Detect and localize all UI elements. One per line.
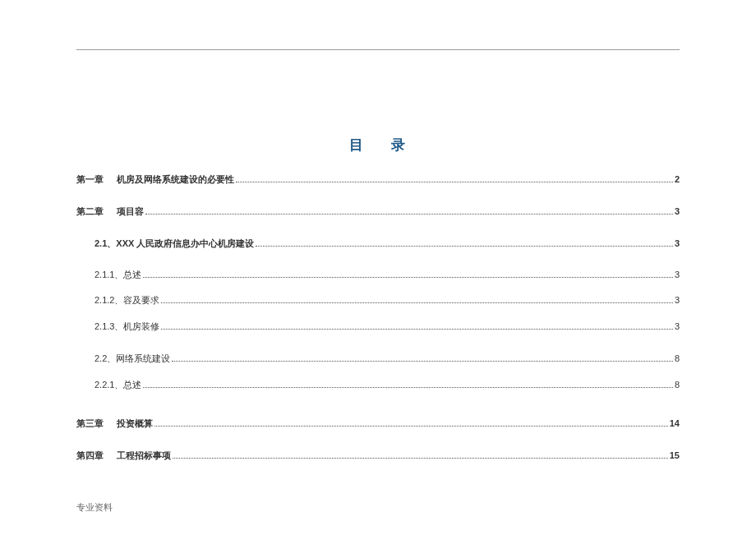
- toc-page-number: 8: [675, 380, 680, 390]
- toc-leader-dots: [173, 450, 668, 459]
- toc-page-number: 8: [675, 353, 680, 363]
- toc-label: 第二章项目容: [76, 205, 144, 218]
- toc-leader-dots: [154, 418, 668, 427]
- toc-leader-dots: [256, 238, 673, 247]
- toc-chapter-prefix: 第四章: [76, 450, 104, 460]
- toc-label: 2.2、网络系统建设: [76, 353, 170, 365]
- toc-label: 2.2.1、总述: [76, 379, 141, 391]
- toc-entry: 第二章项目容3: [76, 205, 680, 218]
- toc-chapter-title: 项目容: [117, 206, 144, 216]
- toc-entry: 第四章工程招标事项15: [76, 450, 680, 462]
- toc-label: 第一章机房及网络系统建设的必要性: [76, 173, 234, 186]
- toc-chapter-title: 工程招标事项: [117, 450, 171, 460]
- toc-entry: 2.1.3、机房装修3: [76, 321, 680, 333]
- toc-label: 2.1、XXX 人民政府信息办中心机房建设: [76, 238, 254, 250]
- toc-entry: 第三章投资概算14: [76, 417, 680, 430]
- toc-entry: 2.2、网络系统建设8: [76, 353, 680, 365]
- toc-chapter-title: 机房及网络系统建设的必要性: [117, 174, 234, 184]
- toc-label: 第四章工程招标事项: [76, 450, 171, 462]
- toc-chapter-title: 投资概算: [117, 418, 153, 428]
- toc-label: 第三章投资概算: [76, 417, 153, 430]
- toc-label: 2.1.1、总述: [76, 269, 141, 281]
- toc-chapter-prefix: 第一章: [76, 174, 104, 184]
- toc-page-number: 3: [675, 206, 680, 216]
- toc-leader-dots: [143, 270, 672, 278]
- toc-entry: 第一章机房及网络系统建设的必要性2: [76, 173, 680, 186]
- toc-page-number: 3: [675, 321, 680, 331]
- toc-leader-dots: [161, 295, 672, 303]
- toc-page-number: 14: [670, 418, 680, 428]
- toc-label: 2.1.2、容及要求: [76, 294, 159, 307]
- document-page: 目录 第一章机房及网络系统建设的必要性2第二章项目容32.1、XXX 人民政府信…: [76, 0, 680, 535]
- toc-label: 2.1.3、机房装修: [76, 321, 159, 333]
- toc-page-number: 3: [675, 238, 680, 248]
- toc-leader-dots: [161, 321, 672, 330]
- toc-page-number: 3: [675, 270, 680, 279]
- top-divider: [76, 49, 680, 50]
- toc-leader-dots: [143, 380, 672, 388]
- toc-page-number: 15: [670, 450, 680, 460]
- toc-entry: 2.2.1、总述8: [76, 379, 680, 391]
- toc-chapter-prefix: 第二章: [76, 206, 104, 216]
- toc-page-number: 2: [675, 174, 680, 184]
- toc-leader-dots: [236, 174, 673, 182]
- toc-entry: 2.1.1、总述3: [76, 269, 680, 281]
- toc-leader-dots: [172, 353, 673, 362]
- toc-entry: 2.1.2、容及要求3: [76, 294, 680, 307]
- title-char-2: 录: [391, 137, 407, 153]
- footer-text: 专业资料: [76, 501, 113, 514]
- toc-title: 目录: [76, 136, 680, 155]
- toc-page-number: 3: [675, 295, 680, 305]
- title-char-1: 目: [349, 137, 365, 153]
- toc-chapter-prefix: 第三章: [76, 418, 104, 428]
- toc-entry: 2.1、XXX 人民政府信息办中心机房建设3: [76, 238, 680, 250]
- toc-leader-dots: [145, 206, 673, 214]
